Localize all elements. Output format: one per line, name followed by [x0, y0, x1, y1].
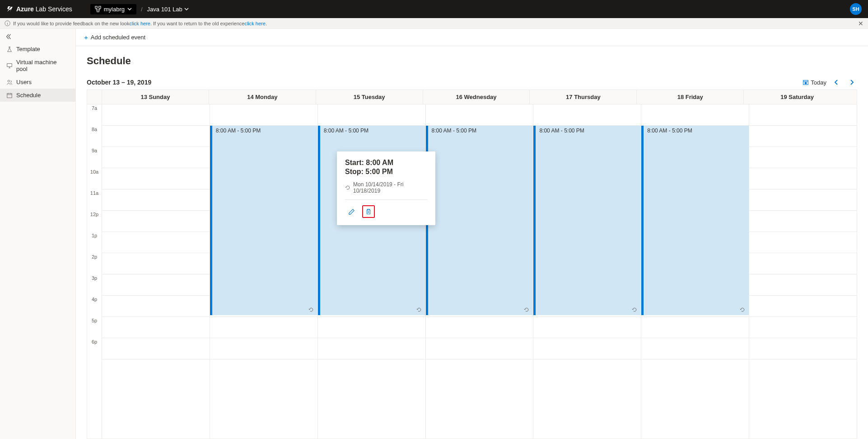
today-label: Today: [811, 79, 826, 86]
feedback-text: If you would like to provide feedback on…: [13, 21, 129, 26]
sidebar-item-template[interactable]: Template: [0, 42, 75, 56]
popup-start-line: Start: 8:00 AM: [345, 159, 427, 167]
close-icon[interactable]: ✕: [858, 20, 863, 27]
azure-icon: [6, 5, 14, 13]
next-week-button[interactable]: [846, 79, 857, 86]
users-icon: [6, 79, 13, 85]
day-column[interactable]: 8:00 AM - 5:00 PM: [533, 104, 641, 439]
sidebar-item-label: Schedule: [16, 92, 41, 99]
sidebar-item-vm-pool[interactable]: Virtual machine pool: [0, 56, 75, 76]
event-time-label: 8:00 AM - 5:00 PM: [324, 127, 369, 134]
hour-label: 12p: [87, 211, 102, 232]
time-gutter: 7a8a9a10a11a12p1p2p3p4p5p6p: [87, 104, 102, 439]
hour-label: 3p: [87, 274, 102, 296]
feedback-bar: If you would like to provide feedback on…: [0, 18, 868, 29]
hour-label: 11a: [87, 189, 102, 211]
hour-label: 7a: [87, 104, 102, 126]
sidebar-item-schedule[interactable]: Schedule: [0, 89, 75, 102]
resource-group-selector[interactable]: mylabrg: [90, 4, 136, 14]
scheduled-event[interactable]: 8:00 AM - 5:00 PM: [641, 126, 749, 315]
refresh-icon: [524, 307, 529, 312]
prev-week-button[interactable]: [831, 79, 842, 86]
breadcrumb: mylabrg / Java 101 Lab: [90, 4, 189, 14]
feedback-text: .: [266, 21, 267, 26]
svg-rect-2: [97, 10, 99, 12]
delete-event-button[interactable]: [362, 205, 375, 218]
monitor-icon: [6, 62, 13, 69]
scheduled-event[interactable]: 8:00 AM - 5:00 PM: [210, 126, 317, 315]
toolbar: + Add scheduled event: [76, 29, 868, 46]
event-time-label: 8:00 AM - 5:00 PM: [216, 127, 261, 134]
resource-group-label: mylabrg: [104, 6, 125, 13]
scheduled-event[interactable]: 8:00 AM - 5:00 PM: [533, 126, 641, 315]
day-header: 18 Friday: [636, 90, 743, 104]
refresh-icon: [416, 307, 422, 312]
svg-rect-1: [98, 6, 100, 8]
day-header: 14 Monday: [209, 90, 316, 104]
calendar: 13 Sunday14 Monday15 Tuesday16 Wednesday…: [87, 90, 857, 439]
day-column[interactable]: [102, 104, 210, 439]
lab-selector[interactable]: Java 101 Lab: [147, 6, 189, 13]
feedback-text: . If you want to return to the old exper…: [150, 21, 245, 26]
today-button[interactable]: Today: [803, 79, 826, 86]
hour-label: 10a: [87, 168, 102, 189]
svg-point-5: [8, 80, 9, 82]
flask-icon: [6, 46, 13, 52]
sidebar-item-users[interactable]: Users: [0, 76, 75, 89]
day-column[interactable]: 8:00 AM - 5:00 PM: [210, 104, 317, 439]
popup-recurrence-text: Mon 10/14/2019 - Fri 10/18/2019: [353, 181, 427, 194]
main-area: Template Virtual machine pool Users Sche…: [0, 29, 868, 439]
chevron-down-icon: [127, 7, 132, 11]
chevron-down-icon: [184, 7, 189, 11]
date-range: October 13 – 19, 2019: [87, 79, 151, 86]
page-title: Schedule: [87, 55, 857, 67]
hour-label: 2p: [87, 253, 102, 274]
event-time-label: 8:00 AM - 5:00 PM: [647, 127, 692, 134]
day-grid: 8:00 AM - 5:00 PM8:00 AM - 5:00 PM8:00 A…: [102, 104, 857, 439]
sidebar: Template Virtual machine pool Users Sche…: [0, 29, 76, 439]
content: + Add scheduled event Schedule October 1…: [76, 29, 868, 439]
resource-group-icon: [95, 6, 101, 12]
schedule-header: October 13 – 19, 2019 Today: [87, 79, 857, 86]
scheduled-event[interactable]: 8:00 AM - 5:00 PM: [426, 126, 533, 315]
hour-label: 4p: [87, 296, 102, 317]
event-time-label: 8:00 AM - 5:00 PM: [539, 127, 584, 134]
hour-label: 9a: [87, 147, 102, 168]
sidebar-item-label: Template: [16, 46, 40, 52]
add-scheduled-event-button[interactable]: + Add scheduled event: [84, 33, 145, 41]
day-column[interactable]: 8:00 AM - 5:00 PM: [425, 104, 533, 439]
calendar-day-header: 13 Sunday14 Monday15 Tuesday16 Wednesday…: [87, 90, 857, 104]
event-time-label: 8:00 AM - 5:00 PM: [432, 127, 476, 134]
day-header: 15 Tuesday: [316, 90, 423, 104]
refresh-icon: [345, 185, 350, 190]
user-avatar[interactable]: SH: [850, 3, 862, 15]
product-logo[interactable]: Azure Lab Services: [6, 5, 72, 13]
refresh-icon: [308, 307, 314, 312]
breadcrumb-separator: /: [141, 6, 143, 13]
info-icon: [5, 20, 10, 26]
day-column[interactable]: 8:00 AM - 5:00 PM: [641, 104, 749, 439]
feedback-link-new[interactable]: click here: [129, 21, 150, 26]
calendar-icon: [803, 79, 809, 85]
popup-recurrence-row: Mon 10/14/2019 - Fri 10/18/2019: [345, 181, 427, 200]
collapse-sidebar-button[interactable]: [0, 31, 75, 42]
hour-label: 1p: [87, 232, 102, 253]
calendar-body[interactable]: 7a8a9a10a11a12p1p2p3p4p5p6p 8:00 AM - 5:…: [87, 104, 857, 439]
sidebar-item-label: Virtual machine pool: [16, 59, 69, 72]
refresh-icon: [740, 307, 745, 312]
edit-event-button[interactable]: [345, 205, 358, 218]
day-column[interactable]: [749, 104, 857, 439]
top-bar: Azure Lab Services mylabrg / Java 101 La…: [0, 0, 868, 18]
page-body: Schedule October 13 – 19, 2019 Today: [76, 46, 868, 439]
svg-rect-4: [7, 64, 12, 67]
hour-label: 5p: [87, 317, 102, 338]
calendar-icon: [6, 92, 13, 99]
svg-rect-6: [7, 93, 12, 98]
event-popup: Start: 8:00 AM Stop: 5:00 PM Mon 10/14/2…: [337, 151, 435, 225]
day-header: 17 Thursday: [529, 90, 636, 104]
day-header: 19 Saturday: [743, 90, 850, 104]
feedback-link-old[interactable]: click here: [244, 21, 265, 26]
day-header: 13 Sunday: [102, 90, 209, 104]
refresh-icon: [632, 307, 637, 312]
svg-rect-0: [95, 6, 97, 8]
